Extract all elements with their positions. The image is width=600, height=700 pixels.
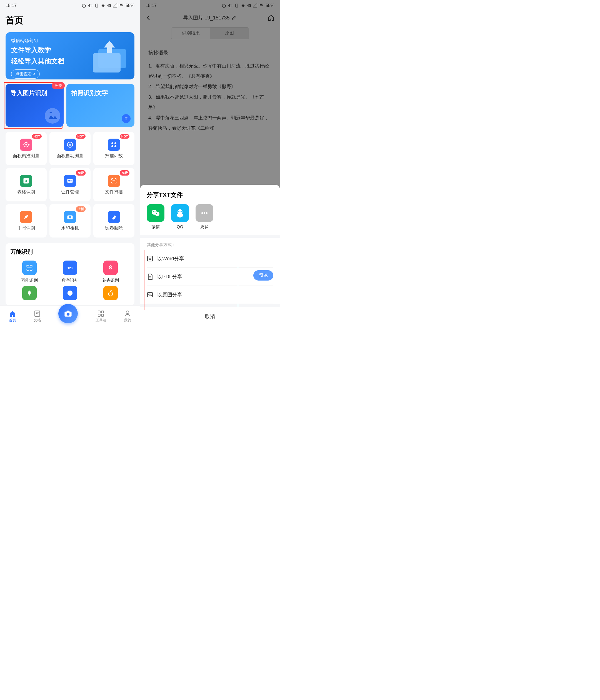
svg-point-53 (158, 213, 158, 214)
import-image-card[interactable]: 导入图片识别 (5, 84, 64, 127)
svg-point-64 (149, 294, 150, 295)
svg-point-60 (206, 212, 207, 214)
tool-eraser[interactable]: 试卷擦除 (93, 204, 134, 238)
tool-area-precise[interactable]: HOT面积精准测量 (5, 132, 47, 165)
svg-point-35 (67, 312, 70, 316)
svg-point-8 (45, 108, 60, 124)
excel-icon: X (20, 175, 32, 187)
status-bar: 15:17 4G 58% (0, 0, 140, 11)
apple-icon (103, 286, 118, 300)
tool-scan-count[interactable]: HOT扫描计数 (93, 132, 134, 165)
signal-icon (113, 3, 118, 8)
section-grid: 万能识别 123数字识别 花卉识别 (10, 260, 129, 300)
share-apps: 微信 QQ 更多 (140, 204, 280, 235)
option-label: 以原图分享 (157, 292, 182, 298)
svg-text:A: A (69, 143, 71, 146)
nav-tools[interactable]: 工具箱 (96, 310, 106, 323)
svg-text:123: 123 (68, 267, 73, 270)
share-options: W以Word分享 以PDF分享 以原图分享 预览 (140, 250, 280, 304)
option-label: 以Word分享 (157, 255, 184, 262)
nav-mine[interactable]: 我的 (124, 310, 131, 323)
share-wechat[interactable]: 微信 (147, 204, 165, 229)
tool-id-manage[interactable]: 免费证件管理 (49, 168, 91, 201)
tool-label: 表格识别 (17, 189, 35, 195)
item-plant[interactable] (10, 286, 48, 300)
nav-label: 文档 (33, 318, 41, 323)
share-as-image[interactable]: 以原图分享 (147, 286, 273, 304)
free-badge: 免费 (52, 82, 65, 89)
share-as-word[interactable]: W以Word分享 (147, 250, 273, 268)
free-badge: 免费 (120, 170, 129, 176)
grid-nav-icon (97, 310, 104, 317)
mountain-icon (44, 107, 61, 124)
qq-icon (171, 204, 189, 222)
svg-point-55 (177, 213, 183, 218)
tool-label: 手写识别 (17, 225, 35, 231)
section-label: 花卉识别 (102, 278, 119, 283)
tool-watermark[interactable]: 上新水印相机 (49, 204, 91, 238)
tool-label: 文件扫描 (105, 189, 123, 195)
preview-button[interactable]: 预览 (253, 270, 273, 280)
app-label: 更多 (200, 224, 208, 229)
item-number[interactable]: 123数字识别 (51, 260, 89, 283)
svg-rect-4 (120, 4, 122, 5)
hot-badge: HOT (76, 134, 85, 139)
svg-point-58 (201, 212, 203, 214)
item-fruit[interactable] (92, 286, 129, 300)
svg-rect-1 (90, 4, 91, 7)
svg-point-12 (25, 144, 27, 145)
svg-rect-25 (112, 180, 115, 181)
nav-label: 我的 (124, 318, 131, 323)
network-label: 4G (107, 4, 111, 7)
banner-cta-button[interactable]: 点击查看 > (11, 70, 40, 79)
alarm-icon (81, 3, 86, 8)
share-qq[interactable]: QQ (171, 204, 189, 229)
battery-label: 58% (126, 3, 134, 8)
nav-home[interactable]: 首页 (9, 310, 16, 323)
tool-area-auto[interactable]: HOTA面积自动测量 (49, 132, 91, 165)
nav-docs[interactable]: 文档 (33, 310, 41, 323)
cancel-button[interactable]: 取消 (140, 304, 280, 327)
svg-point-59 (204, 212, 205, 214)
battery-icon (119, 3, 124, 8)
home-icon (9, 310, 16, 317)
svg-rect-40 (101, 314, 104, 317)
item-flower[interactable]: 花卉识别 (92, 260, 129, 283)
bottom-nav: 首页 文档 工具箱 我的 (0, 305, 140, 327)
wechat-icon (147, 204, 165, 222)
svg-text:W: W (149, 257, 152, 260)
person-icon (124, 310, 131, 317)
grid-icon (108, 139, 120, 151)
tool-file-scan[interactable]: 免费文件扫描 (93, 168, 134, 201)
number-icon: 123 (63, 260, 77, 275)
tool-label: 面积精准测量 (13, 153, 40, 159)
item-universal[interactable]: 万能识别 (10, 260, 48, 283)
tool-handwriting[interactable]: 手写识别 (5, 204, 47, 238)
new-badge: 上新 (76, 206, 85, 212)
share-title: 分享TXT文件 (140, 191, 280, 204)
id-card-icon (64, 175, 76, 187)
universal-section: 万能识别 万能识别 123数字识别 花卉识别 (5, 243, 134, 305)
svg-point-52 (156, 213, 157, 214)
tool-table-ocr[interactable]: X表格识别 (5, 168, 47, 201)
svg-point-32 (108, 292, 112, 296)
share-more[interactable]: 更多 (196, 204, 213, 229)
scan-square-icon (22, 260, 37, 275)
app-label: QQ (177, 224, 183, 229)
nav-label: 首页 (9, 318, 16, 323)
svg-rect-5 (123, 4, 123, 5)
page-title: 首页 (0, 11, 140, 30)
scan-icon (108, 175, 120, 187)
svg-rect-36 (67, 310, 70, 312)
tool-label: 证件管理 (61, 189, 79, 195)
camera-icon (64, 211, 76, 223)
svg-rect-28 (27, 268, 31, 268)
item-unknown1[interactable] (51, 286, 89, 300)
svg-rect-2 (96, 4, 98, 7)
camera-ocr-card[interactable]: 拍照识别文字 T (67, 84, 134, 127)
svg-rect-23 (70, 180, 72, 180)
tutorial-banner[interactable]: 微信/QQ/钉钉 文件导入教学 轻松导入其他文档 点击查看 > (5, 32, 134, 79)
leaf-icon (22, 286, 37, 300)
nav-camera-button[interactable] (58, 304, 78, 323)
sim-icon (94, 3, 99, 8)
